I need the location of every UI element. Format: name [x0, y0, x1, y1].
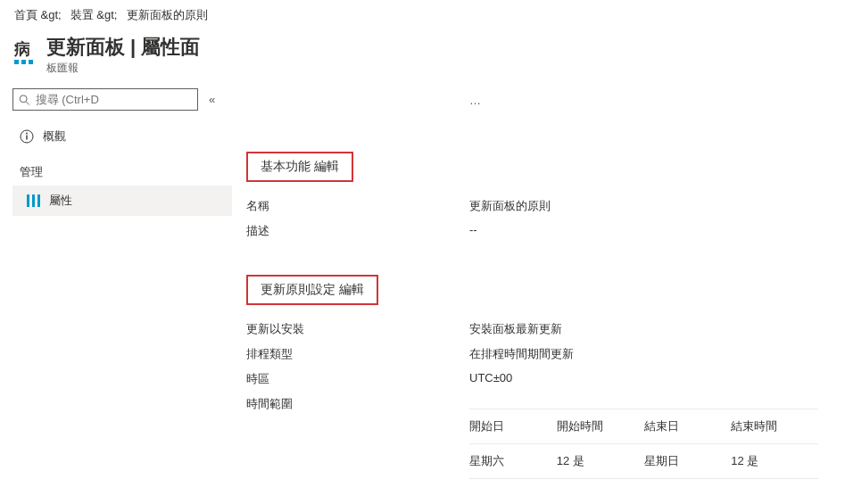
search-icon [19, 94, 30, 106]
svg-point-0 [20, 95, 27, 102]
cell-start-time: 12 是 [557, 453, 644, 469]
breadcrumb-device[interactable]: 裝置 &gt; [70, 7, 118, 23]
section-update: 更新原則設定 編輯 更新以安裝安裝面板最新更新 排程類型在排程時間期間更新 時區… [246, 275, 818, 479]
page-subtitle: 板匯報 [46, 61, 200, 76]
sidebar-properties-label: 屬性 [49, 193, 72, 209]
update-schedtype-v: 在排程時間期間更新 [469, 346, 574, 362]
update-tz-v: UTC±00 [469, 371, 512, 387]
col-end-day: 結束日 [644, 418, 732, 434]
update-install-k: 更新以安裝 [246, 321, 469, 337]
update-tz-k: 時區 [246, 371, 469, 387]
cell-start-day: 星期六 [469, 453, 557, 469]
collapse-sidebar[interactable]: « [209, 93, 215, 106]
basic-desc-k: 描述 [246, 223, 469, 239]
page-header: 病 更新面板 | 屬性面 板匯報 [0, 30, 845, 79]
sidebar-overview-label: 概觀 [43, 128, 66, 145]
properties-icon [27, 194, 40, 207]
update-schedtype-k: 排程類型 [246, 346, 469, 362]
svg-point-3 [26, 133, 28, 135]
more-menu[interactable]: … [246, 94, 818, 152]
panel-icon: 病 [14, 39, 39, 64]
sidebar-item-properties[interactable]: 屬性 [12, 186, 232, 216]
page-title: 更新面板 | 屬性面 [46, 34, 200, 61]
col-start-day: 開始日 [469, 418, 557, 434]
svg-rect-4 [26, 136, 27, 140]
basic-desc-v: -- [469, 223, 477, 239]
update-range-k: 時間範圍 [246, 396, 469, 479]
breadcrumb-home[interactable]: 首頁 &gt; [14, 7, 62, 23]
info-icon [20, 129, 34, 144]
cell-end-day: 星期日 [644, 453, 732, 469]
sidebar-section-manage: 管理 [12, 152, 232, 186]
breadcrumb-policy[interactable]: 更新面板的原則 [127, 7, 208, 23]
time-range-table: 開始日 開始時間 結束日 結束時間 星期六 12 是 星期日 12 是 [469, 409, 818, 479]
table-row: 星期六 12 是 星期日 12 是 [469, 444, 818, 479]
basic-heading-edit[interactable]: 基本功能 編輯 [246, 152, 353, 182]
basic-name-v: 更新面板的原則 [469, 198, 551, 214]
section-basic: 基本功能 編輯 名稱更新面板的原則 描述-- [246, 152, 818, 239]
update-heading-edit[interactable]: 更新原則設定 編輯 [246, 275, 378, 305]
svg-line-1 [26, 101, 29, 104]
sidebar: « 概觀 管理 屬性 [0, 79, 232, 504]
breadcrumb: 首頁 &gt; 裝置 &gt; 更新面板的原則 [0, 0, 845, 30]
sidebar-item-overview[interactable]: 概觀 [12, 121, 232, 152]
update-install-v: 安裝面板最新更新 [469, 321, 562, 337]
basic-name-k: 名稱 [246, 198, 469, 214]
search-input-wrap[interactable] [12, 88, 198, 111]
cell-end-time: 12 是 [731, 453, 818, 469]
content-pane: … 基本功能 編輯 名稱更新面板的原則 描述-- 更新原則設定 編輯 更新以安裝… [232, 79, 845, 504]
col-start-time: 開始時間 [557, 418, 644, 434]
search-input[interactable] [36, 93, 192, 106]
col-end-time: 結束時間 [731, 418, 818, 434]
